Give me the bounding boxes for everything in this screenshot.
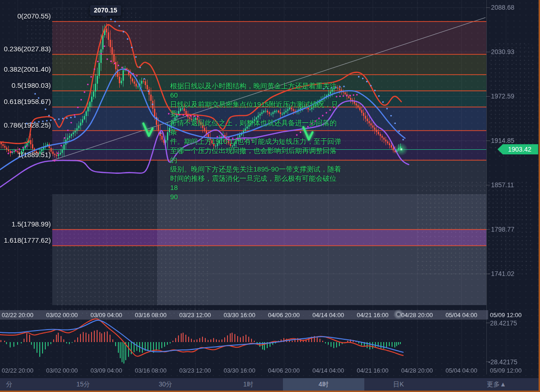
timeframe-tab-更多▲[interactable]: 更多▲	[487, 378, 506, 391]
date-tick-label: 03/16 08:00	[135, 312, 167, 318]
date-tick-label: 03/23 12:00	[179, 312, 211, 318]
high-price-tooltip: 2070.15	[90, 5, 121, 16]
annotation-line: 行情不返回此位之上，则整体也就还具备进一步回落的条	[170, 118, 342, 137]
macd-date-tick-label: 05/04 04:00	[446, 367, 478, 374]
date-tick-label: 02/22 20:00	[2, 312, 34, 318]
date-tick-label: 05/04 04:00	[446, 312, 478, 318]
annotation-line: 级别。晚间下方还是先关注1895-90一带支撑测试，随着	[170, 165, 342, 174]
timeframe-tab-日K[interactable]: 日K	[393, 378, 404, 391]
macd-date-tick-label: 02/22 20:00	[2, 367, 34, 374]
price-axis-label: 1741.02	[491, 270, 515, 278]
fib-level-label: 1.618(1777.62)	[0, 236, 51, 245]
annotation-line: 至哪一个压力位出现回撤，也会影响到后期再调整回落的	[170, 146, 342, 165]
trading-chart-app: 0(2070.55)0.236(2027.83)0.382(2001.40)0.…	[0, 0, 540, 392]
date-tick-label: 04/21 16:00	[357, 312, 389, 318]
price-axis-label: 1857.11	[491, 181, 514, 189]
timeframe-tab-1时[interactable]: 1时	[243, 378, 253, 391]
date-tick-label: 03/09 04:00	[91, 312, 123, 318]
price-axis-label: 1914.85	[491, 136, 515, 145]
fib-level-label: 1.5(1798.99)	[0, 220, 51, 229]
timeframe-toolbar: 分15分30分1时4时日K更多▲	[0, 378, 540, 391]
price-axis-label: 1798.77	[491, 225, 515, 233]
macd-date-tick-label: 03/02 00:00	[46, 367, 78, 374]
annotation-line: 根据日线以及小时图结构，晚间黄金上方还是着重关注60	[170, 81, 342, 100]
fib-level-label: 0.786(1928.25)	[0, 121, 51, 130]
fib-level-label: 0.382(2001.40)	[0, 65, 51, 74]
macd-date-tick-label: 03/23 12:00	[179, 367, 211, 374]
date-tick-label: 03/30 16:00	[224, 312, 256, 318]
date-tick-label: 05/09 12:00	[490, 312, 522, 318]
date-tick-label: 03/02 00:00	[46, 312, 78, 318]
price-axis-label: 1972.59	[491, 92, 515, 100]
date-tick-label: 04/06 20:00	[268, 312, 300, 318]
date-tick-label: 04/14 04:00	[313, 312, 344, 318]
annotation-line: 时间的推移，震荡消化一旦完成，那么极有可能会破位18	[170, 174, 342, 192]
timeframe-tab-4时[interactable]: 4时	[283, 378, 364, 391]
fib-level-label: 0.5(1980.03)	[0, 81, 51, 90]
price-axis-label: 2088.68	[491, 3, 515, 12]
fib-level-label: 0.618(1958.67)	[0, 97, 51, 106]
timeframe-tab-30分[interactable]: 30分	[159, 378, 172, 391]
analysis-annotation-text: 根据日线以及小时图结构，晚间黄金上方还是着重关注60日线以及前期交易密集点位19…	[170, 81, 342, 202]
macd-date-tick-label: 05/09 12:00	[490, 367, 522, 374]
date-tick-label: 04/28 20:00	[401, 312, 433, 318]
macd-date-tick-label: 03/30 16:00	[224, 367, 256, 374]
fib-level-label: 1(1889.51)	[0, 150, 51, 159]
macd-date-tick-label: 04/21 16:00	[357, 367, 389, 374]
macd-date-tick-label: 03/16 08:00	[135, 367, 167, 374]
macd-upper-bound-label: 28.42175	[490, 319, 517, 327]
fib-level-label: 0.236(2027.83)	[0, 44, 51, 54]
macd-date-tick-label: 04/28 20:00	[401, 367, 433, 374]
current-price-badge: 1903.42	[497, 144, 538, 154]
macd-date-tick-label: 03/09 04:00	[91, 367, 123, 374]
price-axis-label: 2030.93	[491, 48, 515, 56]
fib-level-label: 0(2070.55)	[0, 12, 51, 21]
fib-labels-column: 0(2070.55)0.236(2027.83)0.382(2001.40)0.…	[0, 0, 52, 305]
timeframe-tab-分[interactable]: 分	[6, 378, 12, 391]
annotation-line: 日线以及前期交易密集点位1915附近压力测试情况，只要	[170, 100, 342, 118]
annotation-line: 件。期间上方1910-12也有可能成为短线压力，至于回弹	[170, 137, 342, 146]
macd-lower-bound-label: -28.42175	[488, 358, 517, 366]
macd-date-tick-label: 04/06 20:00	[268, 367, 300, 374]
timeframe-tab-15分[interactable]: 15分	[76, 378, 90, 391]
annotation-line: 90	[170, 192, 342, 202]
macd-date-tick-label: 04/14 04:00	[313, 367, 344, 374]
